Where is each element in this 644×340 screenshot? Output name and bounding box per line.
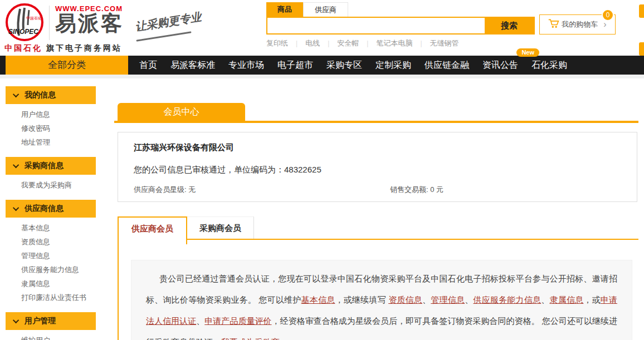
sidebar-item[interactable]: 地址管理 (6, 135, 96, 149)
cart-count-badge: 0 (602, 9, 614, 21)
notice-link[interactable]: 资质信息 (388, 295, 422, 304)
nav-item[interactable]: 电子超市 (271, 56, 320, 75)
chevron-down-icon (13, 91, 19, 97)
sidebar-section-items: 维护用户 (6, 330, 96, 340)
search-tabs: 商品供应商 (266, 2, 535, 17)
logo-divider (49, 6, 50, 40)
edge-widget-top[interactable] (639, 4, 644, 18)
hot-word-link[interactable]: 复印纸 (266, 38, 288, 48)
hot-word-link[interactable]: 无缝钢管 (430, 38, 459, 48)
logo[interactable]: 中国石化 SINOPEC WWW.EPEC.COM 易派客 (4, 2, 124, 45)
sidebar-section-items: 我要成为采购商 (6, 175, 96, 195)
sidebar-section-header[interactable]: 供应商信息 (6, 200, 96, 218)
nav-item[interactable]: 专业市场 (222, 56, 271, 75)
nav-item[interactable]: 资讯公告New (476, 56, 525, 75)
notice-link[interactable]: 基本信息 (301, 295, 335, 304)
sidebar-item[interactable]: 隶属信息 (6, 277, 96, 290)
hot-word-link[interactable]: 电线 (305, 38, 320, 48)
sidebar-item[interactable]: 修改密码 (6, 121, 96, 135)
member-notice: 贵公司已经通过普通会员认证，您现在可以登录中国石化物资采购平台及中国石化电子招标… (131, 260, 632, 340)
hot-words: 复印纸|电线|安全帽|笔记本电脑|无缝钢管 (266, 38, 535, 48)
company-name: 江苏瑞兴环保设备有限公司 (134, 142, 637, 153)
sidebar-section-title: 用户管理 (25, 316, 56, 326)
nav-item[interactable]: 石化采购 (525, 56, 574, 75)
edge-widget-bottom[interactable] (639, 42, 644, 56)
svg-text:SINOPEC: SINOPEC (8, 28, 38, 36)
hot-word-link[interactable]: 安全帽 (337, 38, 359, 48)
member-panel: 供应商会员采购商会员 贵公司已经通过普通会员认证，您现在可以登录中国石化物资采购… (118, 216, 638, 340)
notice-link[interactable]: 隶属信息 (549, 295, 583, 304)
sales-amount: 销售交易额: 0 元 (390, 185, 443, 195)
slogan: 让采购更专业 (134, 9, 203, 35)
cart-icon (548, 18, 559, 31)
nav-item[interactable]: 首页 (133, 56, 164, 75)
cart-arrow-icon: › (603, 20, 606, 29)
all-categories-button[interactable]: 全部分类 (6, 56, 128, 75)
search-tab-inactive[interactable]: 供应商 (303, 2, 348, 17)
logo-subtitle-brand: 中国石化 (4, 43, 42, 52)
main-content: 会员中心 江苏瑞兴环保设备有限公司 您的公司信息已审核通过，单位编码为：4832… (114, 103, 638, 340)
search-area: 商品供应商 搜索 复印纸|电线|安全帽|笔记本电脑|无缝钢管 (266, 2, 535, 48)
company-status: 您的公司信息已审核通过，单位编码为：48322625 (134, 165, 637, 175)
company-info-card: 江苏瑞兴环保设备有限公司 您的公司信息已审核通过，单位编码为：48322625 … (118, 132, 637, 202)
member-tabs: 供应商会员采购商会员 (119, 216, 638, 239)
nav-item[interactable]: 采购专区 (320, 56, 369, 75)
search-tab-active[interactable]: 商品 (266, 2, 303, 17)
chevron-down-icon (13, 205, 19, 211)
hot-word-separator: | (296, 40, 297, 47)
hot-word-link[interactable]: 笔记本电脑 (376, 38, 412, 48)
sidebar-item[interactable]: 我要成为采购商 (6, 178, 96, 192)
page-title-underline (114, 121, 638, 123)
brand-name: 易派客 (55, 13, 124, 35)
notice-link[interactable]: 我要成为采购商 (221, 337, 280, 340)
nav-item[interactable]: 供应链金融 (418, 56, 476, 75)
svg-text:中国石化: 中国石化 (26, 16, 42, 21)
search-box: 搜索 (266, 17, 535, 35)
sidebar-section-title: 我的信息 (25, 90, 56, 100)
nav-item[interactable]: 易派客标准 (164, 56, 222, 75)
sidebar-item[interactable]: 用户信息 (6, 107, 96, 121)
sidebar-section-header[interactable]: 用户管理 (6, 312, 96, 330)
nav-item[interactable]: 定制采购 (369, 56, 418, 75)
page-title-tab: 会员中心 (118, 103, 245, 121)
sidebar-section-title: 采购商信息 (25, 161, 64, 171)
sidebar-item[interactable]: 资质信息 (6, 235, 96, 249)
header: 中国石化 SINOPEC WWW.EPEC.COM 易派客 让采购更专业 中国石… (0, 0, 644, 56)
member-tab-inactive[interactable]: 采购商会员 (187, 216, 254, 239)
chevron-down-icon (13, 162, 19, 168)
sidebar-item[interactable]: 打印廉洁从业责任书 (6, 290, 96, 304)
hot-word-separator: | (420, 40, 422, 47)
sidebar-section-items: 用户信息修改密码地址管理 (6, 104, 96, 152)
logo-subtitle-text: 旗下电子商务网站 (46, 43, 122, 52)
cart-button[interactable]: 我的购物车 › 0 (539, 14, 616, 35)
sidebar-item[interactable]: 供应服务能力信息 (6, 263, 96, 277)
notice-link[interactable]: 申请产品质量评价 (204, 316, 271, 326)
sidebar-section-header[interactable]: 采购商信息 (6, 157, 96, 175)
supplier-star-level: 供应商会员星级: 无 (134, 185, 390, 195)
sidebar-section-items: 基本信息资质信息管理信息供应服务能力信息隶属信息打印廉洁从业责任书 (6, 218, 96, 308)
sidebar-section-header[interactable]: 我的信息 (6, 86, 96, 104)
sidebar-item[interactable]: 基本信息 (6, 221, 96, 235)
hot-word-separator: | (367, 40, 368, 47)
sidebar-item[interactable]: 管理信息 (6, 249, 96, 263)
main-nav: 全部分类 首页易派客标准专业市场电子超市采购专区定制采购供应链金融资讯公告New… (0, 56, 644, 75)
notice-link[interactable]: 管理信息 (431, 295, 465, 304)
chevron-down-icon (13, 317, 19, 323)
nav-items: 首页易派客标准专业市场电子超市采购专区定制采购供应链金融资讯公告New石化采购 (133, 56, 574, 75)
search-input[interactable] (267, 18, 485, 33)
sidebar-item[interactable]: 维护用户 (6, 333, 96, 340)
hot-word-separator: | (328, 40, 329, 47)
search-button[interactable]: 搜索 (485, 18, 534, 33)
sidebar: 我的信息用户信息修改密码地址管理采购商信息我要成为采购商供应商信息基本信息资质信… (6, 86, 96, 340)
member-tab-active[interactable]: 供应商会员 (119, 216, 187, 244)
page: 中国石化 SINOPEC WWW.EPEC.COM 易派客 让采购更专业 中国石… (0, 0, 644, 340)
logo-subtitle: 中国石化 旗下电子商务网站 (4, 43, 122, 53)
sinopec-logo-icon: 中国石化 SINOPEC (4, 2, 45, 45)
notice-link[interactable]: 供应服务能力信息 (473, 295, 541, 304)
cart-label: 我的购物车 (562, 19, 598, 29)
nav-divider-band (0, 75, 644, 78)
sidebar-section-title: 供应商信息 (25, 204, 64, 214)
